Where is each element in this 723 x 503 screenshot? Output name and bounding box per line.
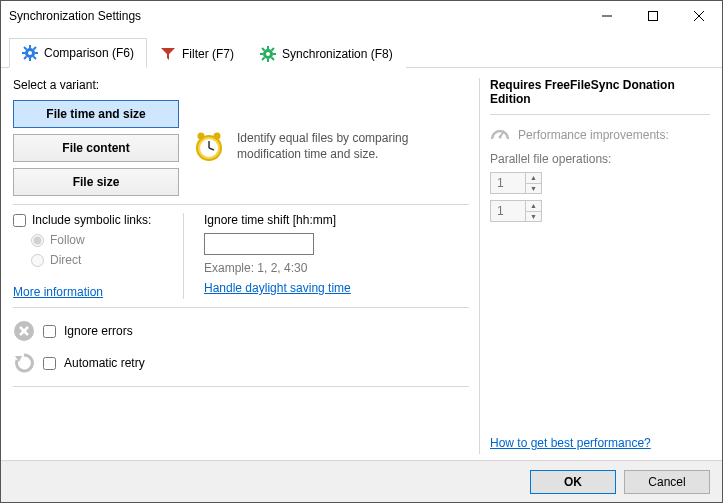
symlinks-direct-label: Direct (50, 253, 81, 267)
svg-line-22 (272, 48, 275, 51)
svg-point-34 (499, 136, 502, 139)
content-area: Select a variant: File time and size Fil… (1, 68, 722, 460)
svg-line-23 (262, 57, 265, 60)
spin-down-icon[interactable]: ▼ (526, 212, 541, 222)
right-pane: Requires FreeFileSync Donation Edition P… (490, 78, 710, 454)
speedometer-icon (490, 123, 510, 146)
variant-description-area: Identify equal files by comparing modifi… (193, 78, 457, 196)
svg-line-20 (262, 48, 265, 51)
window-title: Synchronization Settings (9, 9, 584, 23)
svg-line-13 (24, 57, 27, 60)
divider (13, 307, 469, 308)
best-performance-link[interactable]: How to get best performance? (490, 436, 651, 450)
parallel-spin-2[interactable]: 1 ▲▼ (490, 200, 542, 222)
symlinks-direct-radio[interactable] (31, 254, 44, 267)
tab-synchronization[interactable]: Synchronization (F8) (247, 38, 406, 68)
svg-point-15 (266, 52, 270, 56)
variant-section: Select a variant: File time and size Fil… (13, 78, 469, 196)
variant-content-button[interactable]: File content (13, 134, 179, 162)
options-section: Include symbolic links: Follow Direct Mo… (13, 213, 469, 299)
divider-vertical-main (479, 78, 480, 454)
auto-retry-label: Automatic retry (64, 356, 145, 370)
symlinks-follow-label: Follow (50, 233, 85, 247)
symlinks-check-row: Include symbolic links: (13, 213, 163, 227)
gear-blue-icon (22, 45, 38, 61)
error-x-icon (13, 320, 35, 342)
perf-heading: Performance improvements: (518, 128, 669, 142)
timeshift-column: Ignore time shift [hh:mm] Example: 1, 2,… (204, 213, 469, 299)
symlinks-follow-radio[interactable] (31, 234, 44, 247)
svg-line-10 (24, 47, 27, 50)
perf-body: Parallel file operations: 1 ▲▼ 1 ▲▼ How … (490, 152, 710, 454)
cancel-button[interactable]: Cancel (624, 470, 710, 494)
variant-column: Select a variant: File time and size Fil… (13, 78, 179, 196)
divider (13, 204, 469, 205)
clock-icon (193, 130, 225, 162)
timeshift-example: Example: 1, 2, 4:30 (204, 261, 469, 275)
parallel-spin-2-value: 1 (491, 201, 525, 221)
timeshift-input[interactable] (204, 233, 314, 255)
svg-point-28 (198, 133, 205, 140)
maximize-button[interactable] (630, 1, 676, 31)
tab-filter-label: Filter (F7) (182, 47, 234, 61)
tab-comparison[interactable]: Comparison (F6) (9, 38, 147, 68)
svg-line-21 (272, 57, 275, 60)
perf-heading-row: Performance improvements: (490, 123, 710, 146)
parallel-spin-1[interactable]: 1 ▲▼ (490, 172, 542, 194)
minimize-button[interactable] (584, 1, 630, 31)
donation-header: Requires FreeFileSync Donation Edition (490, 78, 710, 112)
include-symlinks-checkbox[interactable] (13, 214, 26, 227)
close-icon (694, 11, 704, 21)
include-symlinks-label: Include symbolic links: (32, 213, 151, 227)
auto-retry-checkbox[interactable] (43, 357, 56, 370)
dst-link[interactable]: Handle daylight saving time (204, 281, 469, 295)
variant-label: Select a variant: (13, 78, 179, 92)
spin-up-icon[interactable]: ▲ (526, 201, 541, 212)
window-root: Synchronization Settings Comparison (F6)… (0, 0, 723, 503)
svg-rect-1 (649, 12, 658, 21)
tab-bar: Comparison (F6) Filter (F7) Synchronizat… (1, 31, 722, 68)
more-information-link[interactable]: More information (13, 285, 163, 299)
variant-description: Identify equal files by comparing modifi… (237, 130, 457, 162)
footer: OK Cancel (1, 460, 722, 502)
tab-filter[interactable]: Filter (F7) (147, 38, 247, 68)
tab-comparison-label: Comparison (F6) (44, 46, 134, 60)
variant-size-button[interactable]: File size (13, 168, 179, 196)
svg-point-5 (28, 51, 32, 55)
divider-vertical (183, 213, 184, 299)
gear-green-icon (260, 46, 276, 62)
ignore-errors-checkbox[interactable] (43, 325, 56, 338)
tab-synchronization-label: Synchronization (F8) (282, 47, 393, 61)
parallel-label: Parallel file operations: (490, 152, 710, 166)
svg-line-11 (34, 57, 37, 60)
retry-icon (13, 352, 35, 374)
spin-down-icon[interactable]: ▼ (526, 184, 541, 194)
minimize-icon (602, 11, 612, 21)
divider (490, 114, 710, 115)
symlinks-column: Include symbolic links: Follow Direct Mo… (13, 213, 163, 299)
ignore-errors-label: Ignore errors (64, 324, 133, 338)
left-pane: Select a variant: File time and size Fil… (13, 78, 469, 454)
variant-time-size-button[interactable]: File time and size (13, 100, 179, 128)
svg-point-29 (214, 133, 221, 140)
error-section: Ignore errors Automatic retry (13, 316, 469, 378)
ignore-errors-row: Ignore errors (13, 320, 469, 342)
ok-button[interactable]: OK (530, 470, 616, 494)
symlinks-follow-row: Follow (13, 233, 163, 247)
titlebar: Synchronization Settings (1, 1, 722, 31)
funnel-icon (160, 46, 176, 62)
timeshift-label: Ignore time shift [hh:mm] (204, 213, 469, 227)
divider (13, 386, 469, 387)
symlinks-direct-row: Direct (13, 253, 163, 267)
close-button[interactable] (676, 1, 722, 31)
spin-up-icon[interactable]: ▲ (526, 173, 541, 184)
auto-retry-row: Automatic retry (13, 352, 469, 374)
maximize-icon (648, 11, 658, 21)
svg-line-12 (34, 47, 37, 50)
parallel-spin-1-value: 1 (491, 173, 525, 193)
